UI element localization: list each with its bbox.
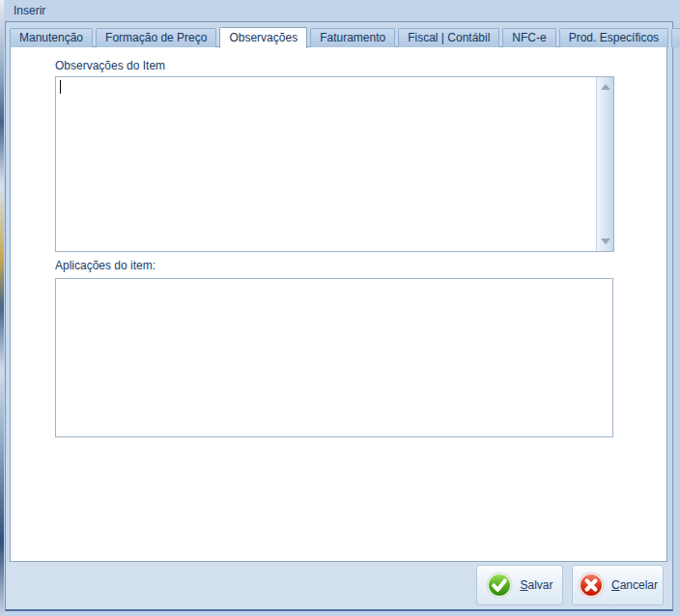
tab-faturamento[interactable]: Faturamento <box>310 28 395 47</box>
tab-formacao-de-preco[interactable]: Formação de Preço <box>96 28 216 47</box>
observacoes-tab-page: Observações do Item Aplicações do item: <box>10 46 667 562</box>
scroll-down-arrow-icon[interactable] <box>601 238 610 244</box>
save-button[interactable]: Salvar <box>476 565 563 605</box>
inserir-dialog: Inserir Manutenção Formação de Preço Obs… <box>0 0 680 616</box>
red-x-icon <box>578 572 605 599</box>
tab-fiscal-contabil[interactable]: Fiscal | Contábil <box>398 28 499 47</box>
aplicacoes-text <box>60 281 591 434</box>
aplicacoes-do-item-textarea[interactable] <box>55 278 613 437</box>
aplicacoes-do-item-label: Aplicações do item: <box>55 259 156 272</box>
cancel-button[interactable]: Cancelar <box>572 565 664 605</box>
scroll-up-arrow-icon[interactable] <box>601 84 610 90</box>
dialog-client-panel: Manutenção Formação de Preço Observações… <box>5 21 673 611</box>
tab-nfc-e[interactable]: NFC-e <box>502 28 555 47</box>
tab-imagens[interactable]: Imagens <box>671 28 680 47</box>
footer-bar: Salvar <box>6 562 672 609</box>
tab-manutencao[interactable]: Manutenção <box>10 28 93 47</box>
green-check-icon <box>486 572 513 599</box>
tab-prod-especificos[interactable]: Prod. Específicos <box>559 28 668 47</box>
vertical-scrollbar[interactable] <box>596 77 613 251</box>
text-caret <box>60 80 61 94</box>
cancel-button-label: Cancelar <box>611 578 658 592</box>
observacoes-do-item-label: Observações do Item <box>55 59 165 72</box>
window-title: Inserir <box>14 4 45 17</box>
observacoes-text <box>60 79 592 249</box>
tab-observacoes[interactable]: Observações <box>219 27 307 48</box>
observacoes-do-item-textarea[interactable] <box>55 76 614 252</box>
background-edge <box>0 0 4 616</box>
tab-bar: Manutenção Formação de Preço Observações… <box>10 26 680 47</box>
save-button-label: Salvar <box>520 578 552 592</box>
